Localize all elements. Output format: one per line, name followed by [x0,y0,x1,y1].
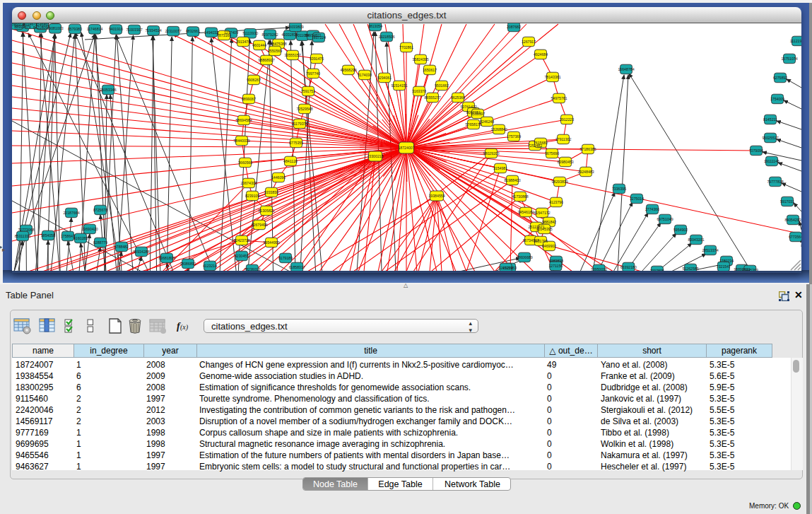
svg-text:19111146: 19111146 [764,158,779,163]
svg-text:8725678: 8725678 [93,207,107,211]
svg-text:58694584: 58694584 [235,117,252,122]
svg-text:72773068: 72773068 [18,227,34,231]
svg-text:82679496: 82679496 [251,222,267,226]
svg-text:5917031: 5917031 [780,199,794,203]
svg-text:92423718: 92423718 [233,238,249,242]
svg-text:7079096: 7079096 [749,148,763,152]
svg-text:7873169: 7873169 [217,33,231,37]
svg-text:22187664: 22187664 [63,210,79,214]
svg-text:6775355: 6775355 [289,140,303,144]
svg-text:98029203: 98029203 [483,151,499,155]
svg-text:61547172: 61547172 [534,210,550,214]
svg-text:1754009: 1754009 [770,96,784,100]
svg-text:31045395: 31045395 [536,226,552,230]
svg-text:(x): (x) [180,323,189,332]
svg-text:9294061: 9294061 [377,75,392,79]
svg-text:22310077: 22310077 [165,28,181,33]
svg-text:8579383: 8579383 [68,26,82,30]
svg-text:4601444: 4601444 [252,42,266,47]
svg-text:81988403: 81988403 [504,177,520,182]
svg-text:78236013: 78236013 [244,267,260,270]
svg-text:31179376: 31179376 [292,121,308,125]
svg-text:19218506: 19218506 [378,34,394,38]
svg-text:13445369: 13445369 [742,267,758,270]
svg-text:7857224: 7857224 [312,35,326,39]
svg-text:88475368: 88475368 [270,41,286,45]
svg-text:23300215: 23300215 [367,153,383,158]
svg-text:3625366: 3625366 [451,95,465,99]
svg-text:23690420: 23690420 [81,226,98,230]
svg-text:57658173: 57658173 [465,122,481,126]
svg-text:1271156: 1271156 [548,263,563,267]
svg-text:98868917: 98868917 [258,57,274,62]
svg-text:29248483: 29248483 [577,169,594,173]
svg-text:99544999: 99544999 [263,240,279,244]
svg-text:63980453: 63980453 [557,159,573,163]
svg-text:8179189: 8179189 [278,255,293,259]
svg-text:8899067: 8899067 [242,96,256,100]
svg-text:58440039: 58440039 [233,138,249,142]
svg-text:4160285: 4160285 [73,235,88,240]
svg-text:2550569: 2550569 [268,48,282,52]
svg-text:85311336: 85311336 [15,233,31,238]
svg-text:79777818: 79777818 [767,179,783,183]
svg-text:4789914: 4789914 [12,23,24,27]
svg-text:5391475: 5391475 [310,56,324,60]
svg-text:7702861: 7702861 [399,45,413,49]
svg-text:71934514: 71934514 [145,28,161,33]
svg-text:1267917: 1267917 [522,39,536,43]
svg-text:2087682: 2087682 [507,24,521,28]
svg-text:34546184: 34546184 [517,209,534,214]
svg-text:1650617: 1650617 [423,67,437,71]
svg-text:7993895: 7993895 [650,268,664,270]
svg-text:1757369: 1757369 [507,134,521,138]
svg-text:8239109: 8239109 [245,193,259,197]
svg-text:5954902: 5954902 [673,227,688,231]
svg-text:69751049: 69751049 [657,216,673,221]
svg-text:7997740: 7997740 [306,71,320,75]
svg-text:9383838: 9383838 [549,258,563,262]
svg-text:66392180: 66392180 [620,264,637,269]
svg-text:4213224: 4213224 [499,265,513,269]
svg-text:95025517: 95025517 [762,135,778,139]
svg-text:56934288: 56934288 [133,249,149,253]
svg-text:28513374: 28513374 [702,247,718,252]
svg-text:61858317: 61858317 [289,264,305,269]
svg-text:33555157: 33555157 [284,52,300,57]
svg-text:3174038: 3174038 [358,72,372,76]
svg-text:51262585: 51262585 [683,266,699,270]
svg-text:39081003: 39081003 [47,26,63,30]
svg-text:3660560: 3660560 [238,160,252,164]
svg-text:54975761: 54975761 [551,95,567,100]
svg-text:1245892: 1245892 [35,23,49,27]
svg-text:4123214: 4123214 [203,263,217,267]
svg-text:17911302: 17911302 [555,136,572,141]
svg-text:3469902: 3469902 [542,243,556,247]
svg-text:23674308: 23674308 [240,180,257,185]
svg-text:49568299: 49568299 [340,67,356,71]
svg-text:72529548: 72529548 [296,106,312,110]
svg-text:57186385: 57186385 [579,146,596,151]
svg-text:7615682: 7615682 [534,140,548,144]
svg-text:13268840: 13268840 [490,127,507,131]
svg-text:8813054: 8813054 [368,23,382,28]
svg-text:9401916: 9401916 [109,27,123,31]
svg-text:11746814: 11746814 [87,27,103,31]
svg-text:3912223: 3912223 [560,117,574,121]
svg-text:9501662: 9501662 [435,83,449,87]
svg-text:5854058: 5854058 [41,233,55,237]
svg-text:7336395: 7336395 [612,186,626,190]
svg-text:3154981: 3154981 [493,165,507,170]
svg-text:26053346: 26053346 [100,87,116,91]
svg-text:18086891: 18086891 [180,261,196,265]
svg-text:3675690: 3675690 [545,151,559,155]
svg-text:83681809: 83681809 [158,255,175,259]
svg-text:81305821: 81305821 [258,208,274,212]
svg-text:71113930: 71113930 [242,31,258,35]
svg-text:71003307: 71003307 [126,27,142,31]
svg-text:15751074: 15751074 [781,56,797,60]
svg-text:11121914: 11121914 [790,38,801,42]
svg-text:2774366: 2774366 [645,206,659,211]
svg-text:2913476: 2913476 [236,39,250,43]
svg-text:3539397: 3539397 [471,111,485,115]
